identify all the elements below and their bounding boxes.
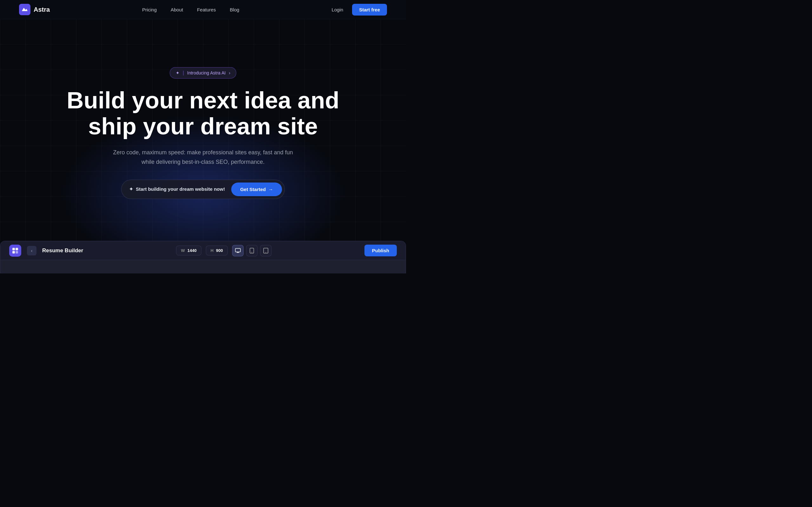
logo[interactable]: Astra: [19, 4, 50, 15]
height-input[interactable]: H 900: [206, 245, 228, 256]
badge-arrow-icon: ›: [229, 70, 230, 75]
nav-link-blog[interactable]: Blog: [230, 7, 239, 12]
height-label: H: [211, 248, 213, 253]
hero-title: Build your next idea and ship your dream…: [67, 88, 339, 139]
badge-divider: |: [183, 70, 184, 76]
get-started-label: Get Started: [240, 187, 266, 192]
brand-name: Astra: [34, 6, 50, 13]
nav-links: Pricing About Features Blog: [142, 7, 239, 12]
get-started-button[interactable]: Get Started →: [231, 182, 282, 196]
desktop-view-button[interactable]: [232, 245, 244, 257]
hero-section: ✦ | Introducing Astra AI › Build your ne…: [0, 19, 406, 241]
hero-content: ✦ | Introducing Astra AI › Build your ne…: [67, 67, 339, 199]
builder-panel: ‹ Resume Builder W 1440 H 900: [0, 241, 406, 274]
builder-app-icon: [9, 245, 21, 257]
badge-icon: ✦: [176, 70, 180, 75]
height-value: 900: [216, 248, 223, 253]
nav-right: Login Start free: [332, 4, 387, 15]
svg-rect-3: [15, 251, 18, 253]
hero-subtitle: Zero code, maximum speed: make professio…: [108, 148, 298, 167]
nav-link-about[interactable]: About: [171, 7, 183, 12]
svg-rect-0: [12, 248, 15, 250]
nav-link-pricing[interactable]: Pricing: [142, 7, 157, 12]
logo-icon: [19, 4, 31, 15]
cta-icon: ✦: [129, 186, 133, 192]
cta-bar: ✦ Start building your dream website now!…: [121, 180, 285, 199]
width-value: 1440: [188, 248, 197, 253]
back-chevron-icon: ‹: [31, 248, 33, 253]
builder-back-button[interactable]: ‹: [27, 246, 37, 256]
builder-preview-area: [0, 260, 406, 274]
builder-left: ‹ Resume Builder: [9, 245, 83, 257]
device-buttons: [232, 245, 271, 257]
badge-text: Introducing Astra AI: [187, 70, 225, 75]
tablet-view-button[interactable]: [260, 245, 271, 257]
width-label: W: [181, 248, 185, 253]
start-free-button[interactable]: Start free: [352, 4, 387, 15]
intro-badge[interactable]: ✦ | Introducing Astra AI ›: [170, 67, 236, 78]
nav-link-features[interactable]: Features: [197, 7, 216, 12]
mobile-view-button[interactable]: [246, 245, 258, 257]
svg-rect-1: [15, 248, 18, 250]
cta-text: Start building your dream website now!: [136, 186, 225, 192]
publish-button[interactable]: Publish: [364, 245, 397, 257]
login-button[interactable]: Login: [332, 7, 343, 12]
builder-title: Resume Builder: [42, 247, 83, 254]
svg-rect-4: [235, 248, 241, 252]
builder-center: W 1440 H 900: [176, 245, 271, 257]
get-started-arrow-icon: →: [268, 187, 273, 192]
navbar: Astra Pricing About Features Blog Login …: [0, 0, 406, 19]
hero-title-line2: ship your dream site: [88, 113, 318, 139]
hero-title-line1: Build your next idea and: [67, 87, 339, 113]
width-input[interactable]: W 1440: [176, 245, 201, 256]
svg-rect-2: [12, 251, 15, 253]
builder-toolbar: ‹ Resume Builder W 1440 H 900: [0, 241, 406, 260]
svg-point-8: [265, 252, 266, 252]
svg-point-6: [252, 252, 252, 252]
cta-bar-text: ✦ Start building your dream website now!: [129, 186, 225, 192]
